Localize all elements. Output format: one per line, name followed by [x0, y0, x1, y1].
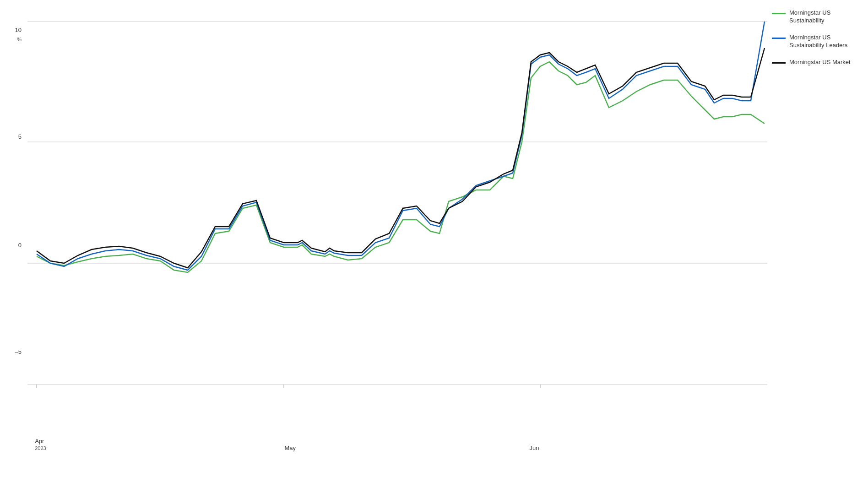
chart-svg [0, 0, 868, 488]
line-blue [37, 22, 765, 270]
chart-container: 10 % 5 0 –5 Apr2023 May Jun Morningstar … [0, 0, 868, 488]
line-green [37, 62, 765, 272]
line-black [37, 48, 765, 268]
